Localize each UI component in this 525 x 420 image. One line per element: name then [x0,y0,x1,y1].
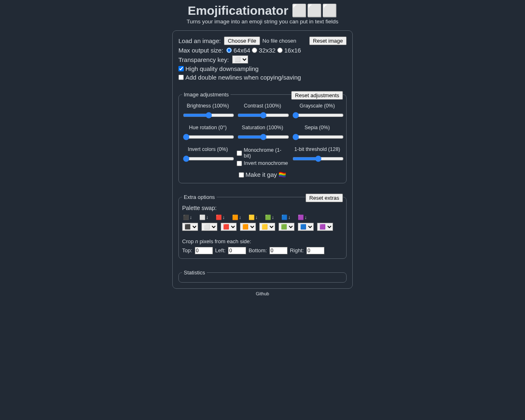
sepia-slider[interactable] [292,134,344,140]
size-32-input[interactable] [252,48,257,53]
image-adjustments-fieldset: Image adjustments Reset adjustments Brig… [178,91,347,183]
swap-emoji-5: 🟩 [265,215,271,220]
swap-emoji-1: ⬜ [199,215,205,220]
swap-emoji-7: 🟪 [298,215,304,220]
swap-emoji-2: 🟥 [216,215,222,220]
crop-top-input[interactable] [195,247,213,254]
hue-rotation-slider[interactable] [183,134,234,140]
invert-colors-label: Invert colors (0%) [182,146,233,152]
reset-image-button[interactable]: Reset image [309,37,347,45]
extra-options-fieldset: Extra options Reset extras Palette swap:… [178,194,347,259]
threshold-slider[interactable] [292,155,344,162]
down-arrow-icon: ↓ [272,215,274,220]
swap-emoji-3: 🟧 [232,215,238,220]
crop-bottom-label: Bottom: [249,247,267,253]
double-newlines-check[interactable]: Add double newlines when copying/saving [178,74,301,81]
size-64-label: 64x64 [233,47,250,54]
crop-right-input[interactable] [306,247,324,254]
crop-top-label: Top: [182,247,192,253]
size-16-label: 16x16 [284,47,301,54]
swap-emoji-6: 🟦 [281,215,288,220]
grayscale-label: Grayscale (0%) [292,103,343,109]
size-16-input[interactable] [277,48,283,53]
palette-swap-label: Palette swap: [182,205,343,211]
transparency-key-select[interactable]: ⬜ [232,55,248,64]
crop-left-input[interactable] [228,247,246,254]
crop-left-label: Left: [215,247,226,253]
max-output-label: Max output size: [178,47,223,54]
size-64-radio[interactable]: 64x64 [226,47,250,54]
reset-adjustments-button[interactable]: Reset adjustments [291,91,343,100]
down-arrow-icon: ↓ [255,215,258,220]
double-newlines-input[interactable] [178,75,184,80]
hq-downsampling-check[interactable]: High quality downsampling [178,65,258,72]
main-panel: Load an image: Choose File No file chose… [172,30,353,289]
size-32-radio[interactable]: 32x32 [252,47,276,54]
file-status-text: No file chosen [262,38,296,44]
make-it-gay-label: Make it gay 🏳️‍🌈 [246,171,287,178]
reset-extras-button[interactable]: Reset extras [306,194,343,202]
invert-colors-slider[interactable] [183,155,234,162]
down-arrow-icon: ↓ [304,215,307,220]
swap-select-0[interactable]: ⬛ [182,223,198,231]
grayscale-slider[interactable] [292,112,344,119]
statistics-legend: Statistics [182,269,207,276]
down-arrow-icon: ↓ [222,215,225,220]
swap-select-1[interactable]: ⬜ [201,223,217,231]
down-arrow-icon: ↓ [239,215,241,220]
size-32-label: 32x32 [259,47,276,54]
make-it-gay-check[interactable]: Make it gay 🏳️‍🌈 [239,171,287,178]
size-16-radio[interactable]: 16x16 [277,47,301,54]
size-64-input[interactable] [226,48,232,53]
saturation-label: Saturation (100%) [237,125,288,130]
contrast-slider[interactable] [237,112,289,119]
double-newlines-label: Add double newlines when copying/saving [185,74,301,81]
hue-rotation-label: Hue rotation (0°) [182,125,233,130]
swap-select-2[interactable]: 🟥 [221,223,237,231]
down-arrow-icon: ↓ [206,215,208,220]
choose-file-button[interactable]: Choose File [224,37,260,45]
hq-downsampling-label: High quality downsampling [185,65,258,72]
swap-select-7[interactable]: 🟪 [317,223,333,231]
hq-downsampling-input[interactable] [178,66,184,71]
github-link[interactable]: Github [256,291,269,296]
contrast-label: Contrast (100%) [237,103,288,109]
swap-select-5[interactable]: 🟩 [278,223,294,231]
crop-right-label: Right: [290,247,304,253]
page-subtitle: Turns your image into an emoji string yo… [0,18,525,25]
transparency-key-label: Transparency key: [178,56,229,63]
down-arrow-icon: ↓ [189,215,192,220]
brightness-label: Brightness (100%) [182,103,233,109]
monochrome-check[interactable]: Monochrome (1-bit) [237,147,288,159]
statistics-fieldset: Statistics [178,269,347,283]
brightness-slider[interactable] [183,112,234,119]
invert-monochrome-label: Invert monochrome [244,160,288,166]
invert-monochrome-input[interactable] [237,161,242,166]
page-title: Emojificationator ⬜⬜⬜ [0,3,525,18]
saturation-slider[interactable] [237,134,289,140]
crop-label: Crop n pixels from each side: [182,238,343,244]
swap-select-4[interactable]: 🟨 [259,223,275,231]
crop-bottom-input[interactable] [269,247,288,254]
swap-emoji-4: 🟨 [249,215,255,220]
monochrome-label: Monochrome (1-bit) [244,147,288,159]
swap-emoji-0: ⬛ [183,215,189,220]
swap-select-6[interactable]: 🟦 [298,223,314,231]
monochrome-input[interactable] [237,151,242,156]
swap-select-3[interactable]: 🟧 [240,223,256,231]
threshold-label: 1-bit threshold (128) [292,146,343,152]
sepia-label: Sepia (0%) [292,125,343,130]
palette-swap-arrows: ⬛↓ ⬜↓ 🟥↓ 🟧↓ 🟨↓ 🟩↓ 🟦↓ 🟪↓ [183,215,343,220]
down-arrow-icon: ↓ [288,215,290,220]
invert-monochrome-check[interactable]: Invert monochrome [237,160,288,166]
load-image-label: Load an image: [178,37,221,44]
make-it-gay-input[interactable] [239,172,244,178]
